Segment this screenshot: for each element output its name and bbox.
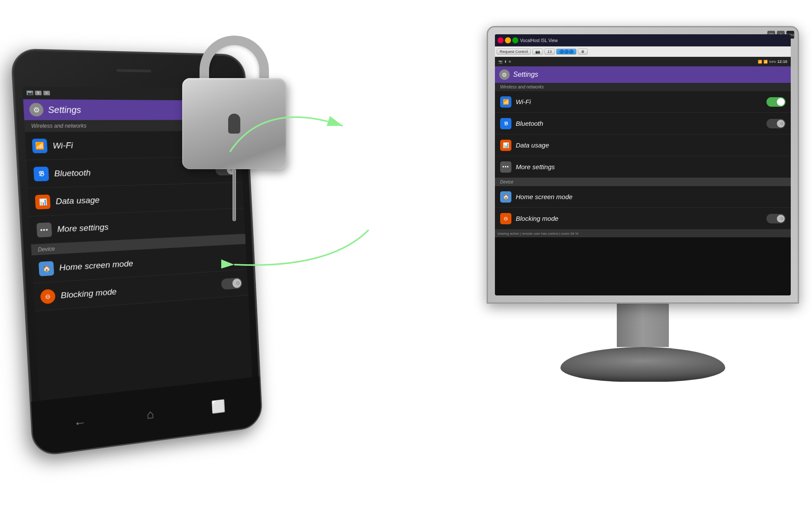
status-settings-icon: ✕ bbox=[43, 91, 50, 95]
monitor-more-label: More settings bbox=[516, 163, 786, 170]
monitor-blocking-toggle-label: O bbox=[780, 216, 783, 221]
phone-settings-title: Settings bbox=[48, 105, 81, 115]
monitor-title-bar: ⚙ Settings bbox=[495, 66, 791, 83]
wifi-icon: 📶 bbox=[32, 138, 47, 153]
data-usage-icon: 📊 bbox=[35, 194, 50, 209]
toolbar-display-btn[interactable]: 🖥 bbox=[578, 49, 588, 55]
monitor-more-icon: ••• bbox=[500, 161, 511, 173]
monitor-settings-gear-icon: ⚙ bbox=[499, 69, 510, 80]
monitor-bluetooth-label: Bluetooth bbox=[516, 120, 762, 127]
recents-button[interactable]: ⬜ bbox=[211, 399, 226, 414]
monitor-taskbar: VocalHost ISL View bbox=[495, 34, 791, 46]
monitor-x-icon: ✕ bbox=[508, 60, 511, 64]
monitor-wifi-toggle-knob bbox=[777, 98, 785, 106]
monitor-stand-neck bbox=[617, 304, 669, 347]
close-btn[interactable] bbox=[498, 37, 504, 43]
monitor-blocking-toggle[interactable]: O bbox=[766, 214, 786, 223]
monitor-wifi-toggle[interactable] bbox=[766, 97, 786, 107]
arrow-right-svg bbox=[221, 87, 360, 174]
monitor-block-icon: ⊖ bbox=[500, 213, 511, 224]
monitor-wifi-label: Wi-Fi bbox=[516, 98, 762, 105]
volume-down-button[interactable] bbox=[15, 150, 18, 168]
maximize-btn[interactable] bbox=[512, 37, 518, 43]
monitor-stand-base bbox=[560, 347, 725, 382]
monitor: ⌨ ⏱ 100:1 VocalHost ISL View Request Con… bbox=[487, 26, 799, 399]
monitor-wireless-section-header: Wireless and networks bbox=[495, 83, 791, 91]
monitor-wifi-icon: 📶 bbox=[758, 60, 762, 64]
monitor-bluetooth-toggle-label: O bbox=[780, 121, 783, 126]
monitor-data-icon: 📊 bbox=[500, 140, 511, 151]
monitor-menu-item-home[interactable]: 🏠 Home screen mode bbox=[495, 186, 791, 208]
monitor-share-icon: ⬆ bbox=[504, 60, 507, 64]
home-screen-icon: 🏠 bbox=[39, 261, 54, 276]
monitor-status-left: 📷 ⬆ ✕ bbox=[498, 60, 511, 64]
monitor-screen: VocalHost ISL View Request Control 📷 13 … bbox=[495, 34, 791, 295]
toolbar-connect-btn[interactable]: 🔵🔵🔵 bbox=[556, 49, 576, 55]
toolbar-camera-btn[interactable]: 📷 bbox=[532, 49, 543, 55]
monitor-toolbar: Request Control 📷 13 🔵🔵🔵 🖥 bbox=[495, 46, 791, 57]
monitor-menu-item-blocking[interactable]: ⊖ Blocking mode O bbox=[495, 208, 791, 229]
volume-up-button[interactable] bbox=[13, 128, 17, 146]
monitor-home-icon: 🏠 bbox=[500, 191, 511, 203]
home-screen-label: Home screen mode bbox=[59, 252, 241, 273]
monitor-menu-item-wifi[interactable]: 📶 Wi-Fi bbox=[495, 91, 791, 113]
monitor-wifi-menu-icon: 📶 bbox=[500, 96, 511, 108]
monitor-bezel: ⌨ ⏱ 100:1 VocalHost ISL View Request Con… bbox=[487, 26, 799, 304]
monitor-home-label: Home screen mode bbox=[516, 193, 786, 200]
monitor-android-content: 📷 ⬆ ✕ 📶 📶 54% 12:10 ⚙ Settings bbox=[495, 57, 791, 237]
arrow-left-svg bbox=[221, 217, 386, 304]
minimize-btn[interactable] bbox=[505, 37, 511, 43]
more-settings-icon: ••• bbox=[36, 222, 52, 237]
phone-speaker bbox=[117, 69, 151, 72]
toolbar-13-btn[interactable]: 13 bbox=[544, 49, 555, 55]
monitor-time: 12:10 bbox=[777, 59, 787, 64]
monitor-menu-item-more[interactable]: ••• More settings bbox=[495, 156, 791, 178]
blocking-mode-label: Blocking mode bbox=[60, 280, 216, 300]
status-screenshot-icon: 📷 bbox=[26, 91, 33, 95]
monitor-bluetooth-toggle[interactable]: O bbox=[766, 119, 786, 128]
monitor-status-bar: 📷 ⬆ ✕ 📶 📶 54% 12:10 bbox=[495, 57, 791, 66]
monitor-signal-icon: 📶 bbox=[763, 60, 768, 64]
monitor-data-label: Data usage bbox=[516, 141, 786, 149]
padlock-chain bbox=[232, 169, 236, 221]
monitor-menu-item-bluetooth[interactable]: 𝔅 Bluetooth O bbox=[495, 113, 791, 134]
bluetooth-icon: 𝔅 bbox=[33, 166, 49, 181]
monitor-device-section-header: Device bbox=[495, 178, 791, 186]
monitor-blocking-label: Blocking mode bbox=[516, 215, 762, 222]
back-button[interactable]: ← bbox=[73, 415, 87, 431]
monitor-status-right: 📶 📶 54% 12:10 bbox=[758, 59, 787, 64]
phone-status-left: 📷 ⬆ ✕ bbox=[26, 91, 50, 95]
more-settings-label: More settings bbox=[57, 216, 239, 234]
monitor-settings-title: Settings bbox=[513, 71, 538, 79]
monitor-battery: 54% bbox=[769, 60, 776, 64]
monitor-bottom-status: sharing active | remote user has control… bbox=[495, 229, 791, 237]
monitor-window-title: VocalHost ISL View bbox=[520, 38, 788, 43]
monitor-screenshot-icon: 📷 bbox=[498, 60, 503, 64]
monitor-window-controls bbox=[498, 37, 518, 43]
monitor-menu-item-data[interactable]: 📊 Data usage bbox=[495, 134, 791, 156]
request-control-btn[interactable]: Request Control bbox=[497, 49, 531, 55]
settings-gear-icon: ⚙ bbox=[29, 103, 44, 116]
monitor-bluetooth-icon: 𝔅 bbox=[500, 118, 511, 129]
status-share-icon: ⬆ bbox=[35, 91, 42, 95]
home-button[interactable]: ⌂ bbox=[146, 407, 154, 422]
blocking-mode-icon: ⊖ bbox=[40, 288, 56, 304]
